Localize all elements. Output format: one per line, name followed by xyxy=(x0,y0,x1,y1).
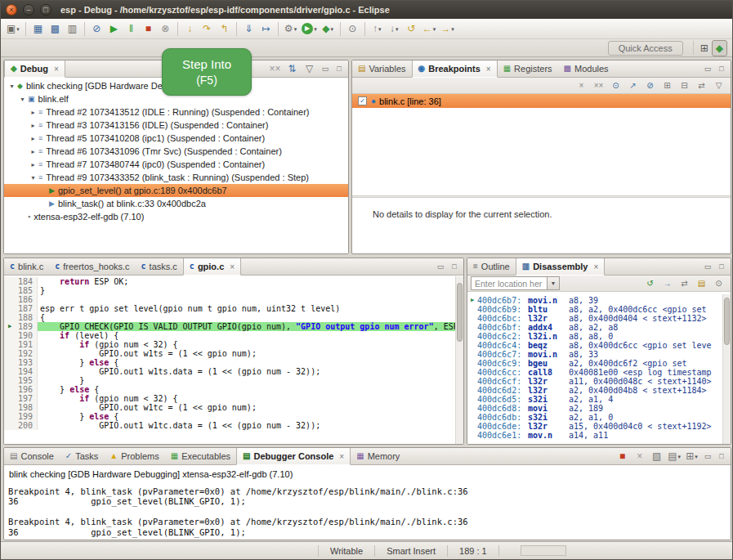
tab-debug[interactable]: ◆ Debug × xyxy=(4,60,65,78)
breakpoint-checkbox[interactable]: ✓ xyxy=(358,96,367,105)
print-button[interactable]: ▥ xyxy=(65,20,80,37)
maximize-icon[interactable]: □ xyxy=(715,62,728,75)
tab-disassembly[interactable]: ▥ Disassembly × xyxy=(516,258,606,276)
tab-console[interactable]: ▤ Console xyxy=(4,448,60,464)
collapse-arrow-icon[interactable]: ▾ xyxy=(18,96,27,103)
close-tab-icon[interactable]: × xyxy=(593,262,598,271)
code-line[interactable]: 198 GPIO.out_w1tc = (1 << gpio_num); xyxy=(4,403,455,412)
terminate-icon[interactable]: ■ xyxy=(615,448,630,464)
tab-problems[interactable]: ▲ Problems xyxy=(104,448,164,464)
save-all-button[interactable]: ▩ xyxy=(47,20,63,37)
previous-annotation-button[interactable]: ↑▾ xyxy=(369,20,385,37)
debug-tree-row[interactable]: ▸≡Thread #5 1073410208 (ipc1) (Suspended… xyxy=(4,132,348,145)
disassembly-line[interactable]: 400dc6cc:call80x40081e00 <esp_log_timest… xyxy=(467,368,722,377)
minimize-icon[interactable]: ▭ xyxy=(701,260,714,273)
step-filters-icon[interactable]: ⇅ xyxy=(284,60,300,77)
tab-executables[interactable]: ▦ Executables xyxy=(165,448,236,464)
tab-gpio-c[interactable]: c gpio.c × xyxy=(183,258,241,276)
next-annotation-button[interactable]: ↓▾ xyxy=(387,20,402,37)
code-line[interactable]: 190 if (level) { xyxy=(4,331,455,340)
code-editor[interactable]: 184 return ESP_OK;185}186187esp_err_t gp… xyxy=(4,276,455,444)
debug-tree-row[interactable]: ▶blink_task() at blink.c:33 0x400dbc2a xyxy=(4,197,348,210)
minimize-icon[interactable]: ▭ xyxy=(701,62,714,75)
maximize-icon[interactable]: □ xyxy=(715,450,728,463)
code-line[interactable]: 187esp_err_t gpio_set_level(gpio_num_t g… xyxy=(4,304,455,313)
close-tab-icon[interactable]: × xyxy=(339,452,344,461)
tab-registers[interactable]: ▦ Registers xyxy=(498,60,558,77)
step-return-button[interactable]: ↰ xyxy=(217,20,232,37)
disassembly-line[interactable]: 400dc6c4:beqza8, 0x400dc6cc <gpio_set_le… xyxy=(467,341,722,350)
breakpoint-row[interactable]: ✓ ● blink.c [line: 36] xyxy=(352,94,731,108)
expand-arrow-icon[interactable]: ▸ xyxy=(29,148,38,155)
code-line[interactable]: 184 return ESP_OK; xyxy=(4,277,455,286)
scrollbar-thumb[interactable] xyxy=(457,283,463,342)
debug-tree-row[interactable]: ▾≡Thread #9 1073433352 (blink_task : Run… xyxy=(4,171,348,184)
maximize-icon[interactable]: □ xyxy=(333,62,346,75)
code-line[interactable]: 199 } else { xyxy=(4,412,455,421)
disassembly-line[interactable]: 400dc6d2:l32ra2, 0x400d04b8 <_stext+1184… xyxy=(467,386,722,395)
collapse-arrow-icon[interactable]: ▾ xyxy=(7,83,16,90)
code-line[interactable]: 192 GPIO.out_w1ts = (1 << gpio_num); xyxy=(4,349,455,358)
tab-tasks-c[interactable]: c tasks.c xyxy=(136,258,183,275)
run-button[interactable]: ▶▾ xyxy=(300,20,319,37)
debug-tree-row[interactable]: ▸≡Thread #2 1073413512 (IDLE : Running) … xyxy=(4,105,348,119)
close-tab-icon[interactable]: × xyxy=(54,65,59,74)
expand-all-icon[interactable]: ⊞ xyxy=(659,78,675,92)
maximize-icon[interactable]: □ xyxy=(448,260,461,273)
disassembly-content[interactable]: ▶400dc6b7:movi.na8, 39400dc6b9:bltua8, a… xyxy=(467,293,722,444)
open-perspective-icon[interactable]: ⊞ xyxy=(697,40,712,56)
minimize-icon[interactable]: ▭ xyxy=(319,62,332,75)
debug-tree-row[interactable]: ▸≡Thread #7 1073480744 (ipc0) (Suspended… xyxy=(4,158,348,171)
go-to-file-icon[interactable]: ↗ xyxy=(625,78,641,92)
disassembly-line[interactable]: 400dc6c9:bgeua2, 0x400dc6f2 <gpio_set_ xyxy=(467,359,722,368)
close-button[interactable]: × xyxy=(6,4,17,16)
maximize-button[interactable]: □ xyxy=(40,4,51,16)
collapse-all-icon[interactable]: ⊟ xyxy=(677,78,692,92)
code-line[interactable]: 200 GPIO.out1_w1tc.data = (1 << (gpio_nu… xyxy=(4,421,455,430)
code-line[interactable]: 191 if (gpio_num < 32) { xyxy=(4,340,455,349)
title-bar[interactable]: × – □ esp - Debug - /home/krzysztof/esp/… xyxy=(1,1,732,19)
disassembly-scrollbar[interactable] xyxy=(722,294,731,444)
tab-modules[interactable]: ▩ Modules xyxy=(558,60,615,77)
debug-perspective-button[interactable]: ◆ xyxy=(712,40,727,56)
save-button[interactable]: ▦ xyxy=(30,20,46,37)
remove-all-breakpoints-icon[interactable]: ×× xyxy=(591,78,606,92)
step-over-button[interactable]: ↷ xyxy=(199,20,215,37)
resume-button[interactable]: ▶ xyxy=(106,20,122,37)
minimize-icon[interactable]: ▭ xyxy=(434,260,447,273)
location-input[interactable]: Enter location her ▼ xyxy=(471,276,560,290)
expand-arrow-icon[interactable]: ▸ xyxy=(29,135,38,142)
minimize-icon[interactable]: ▭ xyxy=(701,450,714,463)
instruction-stepping-button[interactable]: ↦ xyxy=(258,20,274,37)
code-line[interactable]: 196 } else { xyxy=(4,385,455,394)
link-with-debug-icon[interactable]: ⇄ xyxy=(694,78,709,92)
display-console-icon[interactable]: ▤▾ xyxy=(666,448,682,464)
remove-breakpoint-icon[interactable]: × xyxy=(574,78,589,92)
skip-all-breakpoints-button[interactable]: ⊘ xyxy=(89,20,105,37)
code-line[interactable]: 197 if (gpio_num < 32) { xyxy=(4,394,455,403)
terminate-button[interactable]: ■ xyxy=(141,20,156,37)
collapse-arrow-icon[interactable]: ▾ xyxy=(29,174,38,181)
expand-arrow-icon[interactable]: ▸ xyxy=(29,109,38,116)
disassembly-line[interactable]: 400dc6d5:s32ia2, a1, 4 xyxy=(467,395,722,404)
tab-debugger-console[interactable]: ▤ Debugger Console × xyxy=(236,448,351,465)
clear-console-icon[interactable]: ▧ xyxy=(649,448,664,464)
search-button[interactable]: ⊙ xyxy=(345,20,360,37)
disassembly-line[interactable]: ▶400dc6b7:movi.na8, 39 xyxy=(467,296,722,305)
external-tools-button[interactable]: ⚙▾ xyxy=(283,20,298,37)
refresh-icon[interactable]: ↺ xyxy=(642,276,658,290)
disassembly-line[interactable]: 400dc6c2:l32i.na8, a8, 0 xyxy=(467,332,722,341)
sync-with-stack-icon[interactable]: ⇄ xyxy=(677,276,692,290)
skip-all-breakpoints-icon[interactable]: ⊘ xyxy=(642,78,658,92)
tab-blink-c[interactable]: c blink.c xyxy=(4,258,49,275)
last-edit-location-button[interactable]: ↺ xyxy=(404,20,419,37)
combo-dropdown-icon[interactable]: ▼ xyxy=(547,277,559,289)
code-line[interactable]: 194 GPIO.out1_w1ts.data = (1 << (gpio_nu… xyxy=(4,367,455,376)
debug-tree-row[interactable]: ▸≡Thread #3 1073413156 (IDLE) (Suspended… xyxy=(4,119,348,132)
disassembly-line[interactable]: 400dc6cf:l32ra11, 0x400d048c <_stext+114… xyxy=(467,377,722,386)
code-line[interactable]: 185} xyxy=(4,286,455,295)
debug-tree-row[interactable]: ▸≡Thread #6 1073431096 (Tmr Svc) (Suspen… xyxy=(4,145,348,158)
disassembly-line[interactable]: 400dc6e1:mov.na14, a11 xyxy=(467,431,722,440)
suspend-button[interactable]: ‖ xyxy=(123,20,139,37)
back-button[interactable]: ←▾ xyxy=(421,20,438,37)
